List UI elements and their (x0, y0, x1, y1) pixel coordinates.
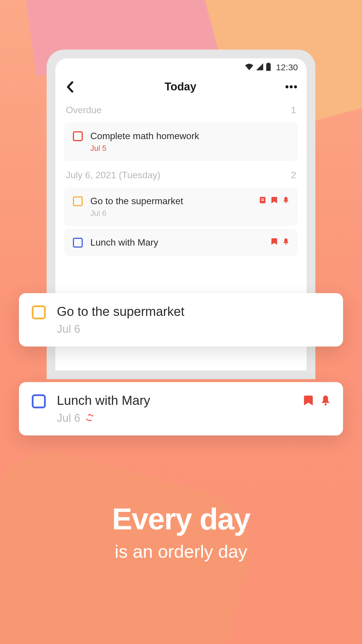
page-title: Today (165, 80, 196, 93)
task-title: Go to the supermarket (57, 304, 330, 319)
signal-icon (256, 63, 263, 71)
task-body: Lunch with Mary (90, 237, 263, 248)
section-overdue-count: 1 (291, 105, 296, 116)
wifi-icon (245, 63, 253, 71)
task-icon-row (304, 396, 330, 407)
chevron-left-icon (66, 81, 73, 92)
more-button[interactable]: ••• (285, 81, 298, 93)
float-card-lunch[interactable]: Lunch with Mary Jul 6 (19, 382, 343, 435)
section-today-count: 2 (291, 170, 296, 181)
bell-icon (283, 197, 289, 203)
promo-background: 12:30 Today ••• Overdue 1 Complete math … (0, 0, 362, 644)
task-date: Jul 6 (90, 209, 252, 218)
note-icon (259, 197, 266, 203)
svg-rect-0 (266, 64, 270, 71)
svg-point-6 (285, 244, 287, 245)
task-checkbox[interactable] (73, 238, 83, 248)
bell-icon (283, 238, 289, 245)
tag-icon (304, 396, 313, 407)
task-card-today-2[interactable]: Lunch with Mary (64, 229, 298, 256)
bell-icon (321, 396, 330, 407)
task-date: Jul 6 (57, 412, 80, 424)
section-header-today: July 6, 2021 (Tuesday) 2 (55, 164, 307, 185)
promo-caption: Every day is an orderly day (0, 502, 362, 562)
task-title: Lunch with Mary (57, 393, 293, 408)
tag-icon (271, 197, 277, 203)
task-checkbox[interactable] (73, 196, 83, 206)
svg-rect-1 (267, 63, 270, 64)
task-checkbox[interactable] (73, 131, 83, 141)
task-date: Jul 6 (57, 323, 80, 335)
task-checkbox[interactable] (32, 305, 46, 319)
caption-line-1: Every day (0, 502, 362, 536)
tag-icon (271, 238, 277, 245)
back-button[interactable] (64, 81, 76, 93)
task-icon-row (271, 238, 289, 245)
task-title: Go to the supermarket (90, 196, 252, 206)
svg-rect-3 (261, 199, 264, 199)
task-body: Go to the supermarket Jul 6 (90, 196, 252, 218)
task-date: Jul 5 (90, 144, 289, 153)
status-bar: 12:30 (55, 58, 307, 75)
task-title: Complete math homework (90, 131, 289, 141)
status-time: 12:30 (276, 62, 298, 72)
svg-point-7 (325, 403, 327, 405)
caption-line-2: is an orderly day (0, 541, 362, 562)
svg-rect-4 (261, 200, 264, 201)
task-icon-row (259, 197, 289, 203)
task-body: Complete math homework Jul 5 (90, 131, 289, 153)
task-checkbox[interactable] (32, 394, 46, 408)
battery-icon (266, 63, 271, 72)
task-card-today-1[interactable]: Go to the supermarket Jul 6 (64, 188, 298, 226)
task-body: Go to the supermarket Jul 6 (57, 304, 330, 335)
task-card-overdue-1[interactable]: Complete math homework Jul 5 (64, 123, 298, 161)
repeat-icon (86, 414, 94, 423)
task-title: Lunch with Mary (90, 237, 263, 248)
section-header-overdue: Overdue 1 (55, 99, 307, 120)
section-overdue-label: Overdue (66, 105, 102, 116)
task-body: Lunch with Mary Jul 6 (57, 393, 293, 424)
float-card-supermarket[interactable]: Go to the supermarket Jul 6 (19, 293, 343, 346)
section-today-label: July 6, 2021 (Tuesday) (66, 170, 160, 181)
svg-point-5 (285, 202, 287, 203)
app-header: Today ••• (55, 75, 307, 99)
